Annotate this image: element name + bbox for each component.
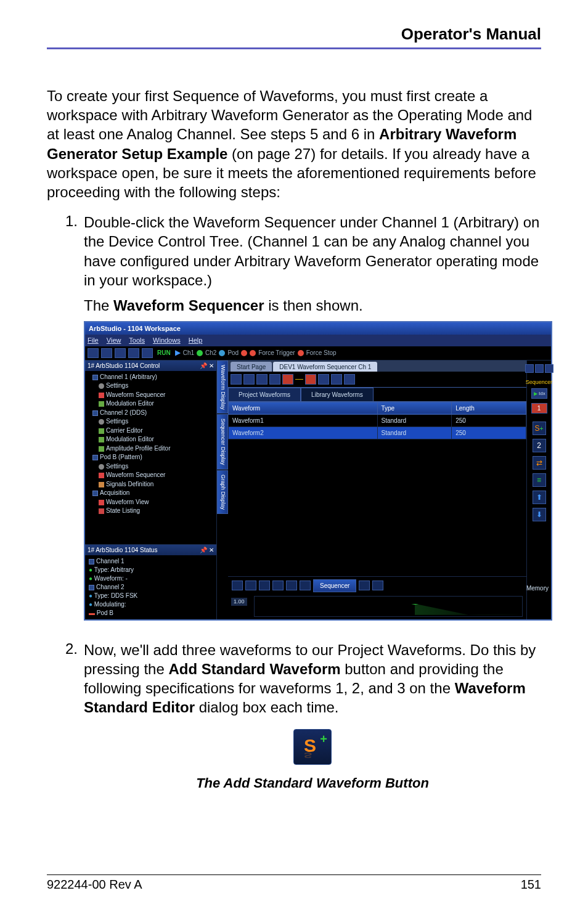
bottom-btn[interactable] xyxy=(286,581,297,590)
sidebar: 1# ArbStudio 1104 Control 📌 ✕ Channel 1 … xyxy=(85,361,217,619)
step-2-number: 2. xyxy=(47,640,84,793)
tab-project-waveforms[interactable]: Project Waveforms xyxy=(228,388,301,401)
status-type2: Type: DDS FSK xyxy=(94,592,138,599)
rg-icon-2[interactable]: 2 xyxy=(533,439,546,452)
control-panel-pin[interactable]: 📌 ✕ xyxy=(200,362,214,370)
tab-library-waveforms[interactable]: Library Waveforms xyxy=(301,388,374,401)
intro-paragraph: To create your first Sequence of Wavefor… xyxy=(47,86,541,202)
page-header: Operator's Manual xyxy=(47,25,541,47)
seq-btn[interactable] xyxy=(318,374,329,385)
rg-icon-up[interactable]: ⬆ xyxy=(533,491,546,504)
tree-ch1[interactable]: Channel 1 (Arbitrary) xyxy=(92,373,214,382)
tree-sigdef[interactable]: Signals Definition xyxy=(99,480,214,489)
bottom-btn[interactable] xyxy=(300,581,311,590)
bottom-btn[interactable] xyxy=(245,581,256,590)
tree-wview[interactable]: Waveform View xyxy=(99,498,214,507)
seq-btn[interactable] xyxy=(344,374,355,385)
side-tab-graph[interactable]: Graph Display xyxy=(217,470,228,514)
menu-windows[interactable]: Windows xyxy=(153,336,181,344)
chart-value: 1.00 xyxy=(231,598,247,606)
tree-carrier[interactable]: Carrier Editor xyxy=(99,426,214,436)
table-row-selected[interactable]: Waveform2 Standard 250 xyxy=(229,426,526,439)
step-1-text: Double-click the Waveform Sequencer unde… xyxy=(84,213,552,290)
bottom-btn[interactable] xyxy=(272,581,284,590)
sequencer-side-label: Sequencer xyxy=(526,379,553,386)
rg-icon-list[interactable]: ≡ xyxy=(533,473,546,487)
seq-btn-red[interactable] xyxy=(282,374,293,385)
toolbar-btn[interactable] xyxy=(115,348,126,358)
play-icon[interactable]: ▶ xyxy=(175,348,181,358)
seq-btn-minus[interactable]: — xyxy=(295,374,303,385)
seq-btn[interactable] xyxy=(243,374,255,385)
ft-indicator xyxy=(250,350,256,356)
rg-icon-move[interactable]: ⇄ xyxy=(533,456,546,470)
pod-label: Pod xyxy=(227,349,239,357)
rg-icon-down[interactable]: ⬇ xyxy=(533,508,546,521)
device-tree: Channel 1 (Arbitrary) Settings Waveform … xyxy=(85,371,216,544)
run-button[interactable]: RUN xyxy=(155,349,173,357)
sequencer-toolbar: — xyxy=(228,372,526,387)
tree-amp-editor[interactable]: Amplitude Profile Editor xyxy=(99,444,214,454)
right-gutter: Sequencer ►Idx 1 S+ 2 ⇄ ≡ ⬆ ⬇ xyxy=(526,361,551,619)
idx-label: ►Idx xyxy=(531,388,547,399)
idx-1[interactable]: 1 xyxy=(531,403,547,414)
step-1-res-bold: Waveform Sequencer xyxy=(113,297,264,314)
seq-btn[interactable] xyxy=(256,374,267,385)
seq-btn-red[interactable] xyxy=(305,374,316,385)
side-tab-waveform[interactable]: Waveform Display xyxy=(217,361,228,414)
menu-view[interactable]: View xyxy=(107,336,121,344)
tree-wseq2[interactable]: Waveform Sequencer xyxy=(99,471,214,480)
tree-settings2[interactable]: Settings xyxy=(99,417,214,426)
toolbar-btn[interactable] xyxy=(128,348,139,358)
bottom-btn[interactable] xyxy=(372,581,383,590)
tab-start-page[interactable]: Start Page xyxy=(231,362,272,372)
toolbar-btn[interactable] xyxy=(142,348,153,358)
tree-waveform-sequencer[interactable]: Waveform Sequencer xyxy=(99,391,214,400)
status-panel-pin[interactable]: 📌 ✕ xyxy=(200,546,214,554)
status-panel-header: 1# ArbStudio 1104 Status 📌 ✕ xyxy=(85,545,216,555)
tree-settings[interactable]: Settings xyxy=(99,381,214,391)
tree-mod-editor[interactable]: Modulation Editor xyxy=(99,399,214,409)
rg-btn[interactable] xyxy=(545,364,553,373)
col-waveform[interactable]: Waveform xyxy=(229,402,378,414)
plus-icon: + xyxy=(320,731,327,747)
col-length[interactable]: Length xyxy=(452,402,526,414)
status-ch1: Channel 1 xyxy=(96,558,125,565)
table-row[interactable]: Waveform1 Standard 250 xyxy=(229,414,526,426)
force-trigger[interactable]: Force Trigger xyxy=(258,349,295,357)
side-tab-sequencer[interactable]: Sequencer Display xyxy=(217,414,228,470)
ch1-label: Ch1 xyxy=(183,349,194,357)
bottom-btn[interactable] xyxy=(232,581,243,590)
menu-file[interactable]: File xyxy=(88,336,99,344)
col-type[interactable]: Type xyxy=(377,402,452,414)
waveform-table-area: Waveform Type Length Waveform1 Standard … xyxy=(228,402,526,576)
bottom-btn[interactable] xyxy=(259,581,270,590)
step-1-number: 1. xyxy=(47,213,84,632)
step-1-result: The Waveform Sequencer is then shown. xyxy=(84,296,552,315)
tree-acq[interactable]: Acquisition xyxy=(92,489,214,498)
seq-btn[interactable] xyxy=(269,374,280,385)
bottom-btn[interactable] xyxy=(359,581,370,590)
status-panel-title: 1# ArbStudio 1104 Status xyxy=(88,546,157,554)
toolbar-btn[interactable] xyxy=(88,348,99,358)
tree-podb[interactable]: Pod B (Pattern) xyxy=(92,453,214,462)
tree-state[interactable]: State Listing xyxy=(99,507,214,516)
tree-ch2[interactable]: Channel 2 (DDS) xyxy=(92,409,214,418)
rg-icon-add[interactable]: S+ xyxy=(533,422,546,435)
sequencer-label: Sequencer xyxy=(313,579,356,592)
seq-btn[interactable] xyxy=(331,374,342,385)
header-rule xyxy=(47,47,541,49)
tab-dev1-sequencer[interactable]: DEV1 Waveform Sequencer Ch 1 xyxy=(273,362,377,372)
toolbar-btn[interactable] xyxy=(101,348,112,358)
rg-btn[interactable] xyxy=(525,364,534,373)
menu-tools[interactable]: Tools xyxy=(129,336,145,344)
force-stop[interactable]: Force Stop xyxy=(306,349,337,357)
ch1-indicator xyxy=(197,350,203,356)
menu-help[interactable]: Help xyxy=(189,336,203,344)
rg-btn[interactable] xyxy=(535,364,544,373)
app-screenshot: ArbStudio - 1104 Workspace File View Too… xyxy=(84,321,552,621)
seq-btn[interactable] xyxy=(231,374,242,385)
tree-settings3[interactable]: Settings xyxy=(99,462,214,471)
tree-mod-editor2[interactable]: Modulation Editor xyxy=(99,435,214,444)
step-1-res-b: is then shown. xyxy=(264,297,363,314)
